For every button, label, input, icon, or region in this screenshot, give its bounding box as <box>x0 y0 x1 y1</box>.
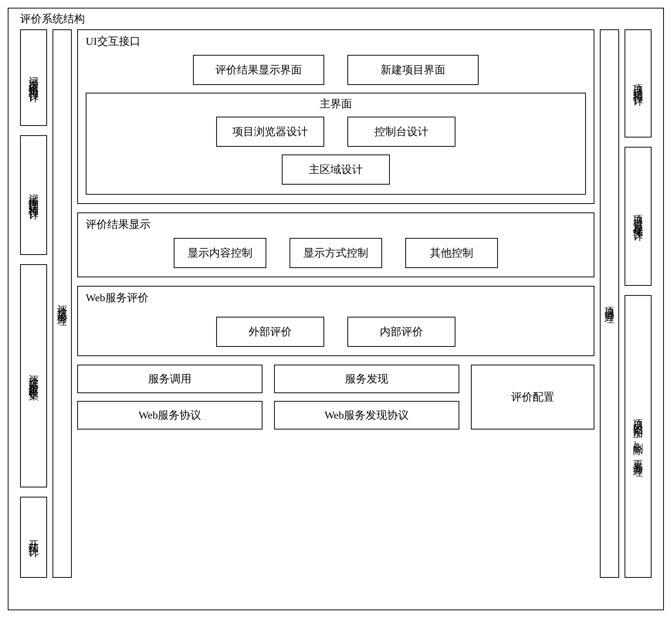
web-service-discovery-protocol: Web服务发现协议 <box>274 401 459 430</box>
center-column: UI交互接口 评价结果显示界面 新建项目界面 主界面 项目浏览器设计 控制台设计… <box>77 29 594 578</box>
other-control: 其他控制 <box>405 238 498 268</box>
main-interface-title: 主界面 <box>98 97 574 111</box>
left-item-2: 记录物理结构设计 <box>20 135 47 255</box>
service-invoke: 服务调用 <box>77 365 262 393</box>
display-mode-control: 显示方式控制 <box>289 238 382 268</box>
eval-result-row: 显示内容控制 显示方式控制 其他控制 <box>86 238 586 268</box>
web-service-protocol: Web服务协议 <box>77 401 262 430</box>
left-item-3: 评价记录数据收集 <box>20 264 47 487</box>
right-item-1: 项目结构设计 <box>625 29 652 138</box>
bottom-subrow-2: Web服务协议 Web服务发现协议 <box>77 401 459 430</box>
service-discovery: 服务发现 <box>274 365 459 393</box>
main-row2: 主区域设计 <box>98 154 574 185</box>
bottom-row: 服务调用 服务发现 Web服务协议 Web服务发现协议 评价配置 <box>77 365 594 430</box>
eval-result-title: 评价结果显示 <box>86 217 586 232</box>
left-item-1: 记录逻辑结构设计 <box>20 29 47 126</box>
display-content-control: 显示内容控制 <box>174 238 266 268</box>
console-design: 控制台设计 <box>347 117 455 147</box>
ui-panel-title: UI交互接口 <box>86 34 586 49</box>
main-interface-panel: 主界面 项目浏览器设计 控制台设计 主区域设计 <box>86 93 586 195</box>
ui-top-row: 评价结果显示界面 新建项目界面 <box>86 55 586 85</box>
right-item-2: 项目信息存储设计 <box>625 147 652 286</box>
outer-title: 评价系统结构 <box>20 12 652 26</box>
ui-interaction-panel: UI交互接口 评价结果显示界面 新建项目界面 主界面 项目浏览器设计 控制台设计… <box>77 29 594 204</box>
system-structure-outer: 评价系统结构 记录逻辑结构设计 记录物理结构设计 评价记录数据收集 开销统计 评… <box>8 8 664 610</box>
new-project-ui: 新建项目界面 <box>347 55 479 85</box>
internal-eval: 内部评价 <box>347 317 455 347</box>
external-eval: 外部评价 <box>216 317 324 347</box>
web-eval-title: Web服务评价 <box>86 290 586 305</box>
right-item-3: 项目的添加、删除、更新管理 <box>625 295 652 578</box>
main-area-design: 主区域设计 <box>282 154 390 185</box>
left-item-4: 开销统计 <box>20 497 47 578</box>
bottom-subrow-1: 服务调用 服务发现 <box>77 365 459 393</box>
right-manager: 项目管理 <box>600 29 619 578</box>
web-eval-row: 外部评价 内部评价 <box>86 317 586 347</box>
web-service-eval-panel: Web服务评价 外部评价 内部评价 <box>77 286 594 356</box>
eval-result-panel: 评价结果显示 显示内容控制 显示方式控制 其他控制 <box>77 212 594 277</box>
bottom-left: 服务调用 服务发现 Web服务协议 Web服务发现协议 <box>77 365 459 430</box>
layout: 记录逻辑结构设计 记录物理结构设计 评价记录数据收集 开销统计 评价记录管理 U… <box>20 29 652 578</box>
project-browser-design: 项目浏览器设计 <box>216 117 324 147</box>
eval-result-display-ui: 评价结果显示界面 <box>193 55 324 85</box>
left-manager: 评价记录管理 <box>52 29 72 578</box>
right-column: 项目结构设计 项目信息存储设计 项目的添加、删除、更新管理 <box>625 29 652 578</box>
main-row1: 项目浏览器设计 控制台设计 <box>98 117 574 147</box>
left-column: 记录逻辑结构设计 记录物理结构设计 评价记录数据收集 开销统计 <box>20 29 47 578</box>
eval-config: 评价配置 <box>471 365 594 430</box>
